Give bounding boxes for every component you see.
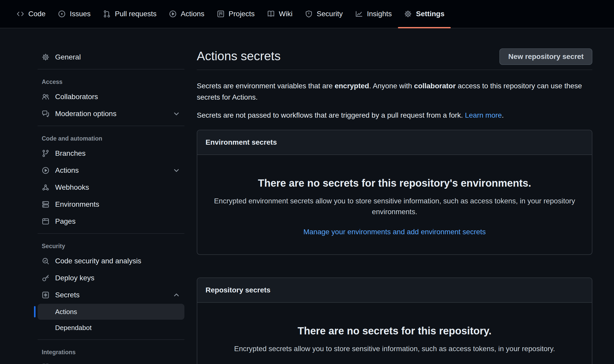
secrets-intro: Secrets are environment variables that a…	[197, 80, 592, 121]
tab-wiki[interactable]: Wiki	[261, 0, 299, 28]
tab-label: Insights	[367, 10, 392, 18]
intro-bold-collaborator: collaborator	[414, 82, 456, 90]
tab-label: Pull requests	[115, 10, 157, 18]
sidebar-item-webhooks[interactable]: Webhooks	[38, 179, 184, 196]
environment-secrets-card-header: Environment secrets	[197, 130, 592, 155]
sidebar-subitem-actions[interactable]: Actions	[38, 304, 184, 320]
sidebar-item-github-apps[interactable]: GitHub apps	[38, 359, 184, 364]
sidebar-item-label: GitHub apps	[55, 362, 95, 364]
sidebar-item-moderation-options[interactable]: Moderation options	[38, 106, 184, 122]
tab-label: Settings	[416, 10, 444, 18]
sidebar-item-label: Branches	[55, 149, 86, 158]
empty-state-title: There are no secrets for this repository…	[214, 324, 575, 337]
people-icon	[42, 93, 50, 101]
sidebar-divider	[38, 126, 184, 126]
tab-security[interactable]: Security	[299, 0, 349, 28]
repository-secrets-empty-state: There are no secrets for this repository…	[197, 303, 592, 364]
sidebar-item-label: Code security and analysis	[55, 256, 141, 266]
book-icon	[267, 10, 275, 18]
tab-label: Wiki	[279, 10, 293, 18]
repository-secrets-card-header: Repository secrets	[197, 278, 592, 303]
git-pull-request-icon	[103, 10, 111, 18]
new-repository-secret-button[interactable]: New repository secret	[499, 48, 592, 65]
tab-label: Security	[317, 10, 343, 18]
sidebar-item-secrets[interactable]: Secrets	[38, 287, 184, 303]
server-icon	[42, 201, 50, 208]
sidebar-divider	[38, 233, 184, 234]
sidebar-item-label: Pages	[55, 217, 75, 226]
sidebar-subitem-dependabot[interactable]: Dependabot	[38, 320, 184, 336]
sidebar-item-label: Environments	[55, 200, 99, 209]
git-branch-icon	[42, 150, 50, 157]
sidebar-item-label: Webhooks	[55, 183, 89, 192]
empty-state-description: Encrypted environment secrets allow you …	[214, 196, 575, 217]
codescan-icon	[42, 257, 50, 265]
sidebar-item-label: General	[55, 53, 81, 62]
play-circle-icon	[42, 167, 50, 174]
webhook-icon	[42, 184, 50, 191]
environment-secrets-empty-state: There are no secrets for this repository…	[197, 155, 592, 254]
chevron-down-icon	[173, 167, 180, 174]
sidebar-item-code-security-and-analysis[interactable]: Code security and analysis	[38, 253, 184, 269]
tab-issues[interactable]: Issues	[52, 0, 97, 28]
intro-text: Secrets are not passed to workflows that…	[197, 111, 465, 119]
sidebar-item-label: Actions	[55, 166, 79, 175]
shield-icon	[305, 10, 313, 18]
tab-label: Code	[28, 10, 46, 18]
key-icon	[42, 274, 50, 282]
tab-insights[interactable]: Insights	[349, 0, 398, 28]
sidebar-item-label: Moderation options	[55, 109, 116, 118]
key-asterisk-icon	[42, 291, 50, 299]
sidebar-divider	[38, 339, 184, 340]
play-circle-icon	[169, 10, 177, 18]
tab-projects[interactable]: Projects	[211, 0, 261, 28]
sidebar-item-deploy-keys[interactable]: Deploy keys	[38, 270, 184, 286]
sidebar-item-label: Collaborators	[55, 92, 98, 101]
intro-text: .	[502, 111, 504, 119]
sidebar-section-security: Security	[38, 237, 184, 252]
sidebar-section-integrations: Integrations	[38, 343, 184, 358]
page-subhead: Actions secrets New repository secret	[197, 48, 592, 70]
actions-secrets-main: Actions secrets New repository secret Se…	[197, 48, 592, 364]
tab-label: Issues	[70, 10, 91, 18]
tab-label: Actions	[181, 10, 204, 18]
chevron-up-icon	[173, 291, 180, 299]
tab-actions[interactable]: Actions	[163, 0, 211, 28]
intro-text: Secrets are environment variables that a…	[197, 82, 335, 90]
tab-settings[interactable]: Settings	[398, 0, 450, 28]
environment-secrets-card: Environment secrets There are no secrets…	[197, 130, 592, 255]
chevron-down-icon	[173, 110, 180, 118]
empty-state-description: Encrypted secrets allow you to store sen…	[214, 343, 575, 354]
sidebar-divider	[38, 69, 184, 70]
tab-code[interactable]: Code	[10, 0, 52, 28]
gear-icon	[42, 53, 50, 61]
code-icon	[16, 10, 24, 18]
sidebar-item-label: Secrets	[55, 290, 80, 300]
browser-icon	[42, 218, 50, 225]
issue-opened-icon	[58, 10, 66, 18]
settings-layout: General Access Collaborators Moderation …	[0, 28, 614, 364]
intro-text: . Anyone with	[369, 82, 414, 90]
sidebar-section-access: Access	[38, 73, 184, 88]
sidebar-item-pages[interactable]: Pages	[38, 213, 184, 230]
sidebar-item-environments[interactable]: Environments	[38, 196, 184, 213]
intro-bold-encrypted: encrypted	[335, 82, 369, 90]
sidebar-item-actions[interactable]: Actions	[38, 162, 184, 179]
page-title: Actions secrets	[197, 48, 280, 64]
repository-secrets-card: Repository secrets There are no secrets …	[197, 278, 592, 364]
sidebar-item-collaborators[interactable]: Collaborators	[38, 89, 184, 105]
intro-paragraph-1: Secrets are environment variables that a…	[197, 80, 592, 103]
sidebar-item-branches[interactable]: Branches	[38, 145, 184, 162]
gear-icon	[404, 10, 412, 18]
manage-environments-link[interactable]: Manage your environments and add environ…	[303, 228, 486, 236]
tab-label: Projects	[229, 10, 255, 18]
empty-state-title: There are no secrets for this repository…	[214, 177, 575, 189]
tab-pull-requests[interactable]: Pull requests	[97, 0, 163, 28]
settings-sidebar: General Access Collaborators Moderation …	[38, 48, 184, 364]
sidebar-section-code-and-automation: Code and automation	[38, 130, 184, 145]
project-icon	[217, 10, 225, 18]
graph-icon	[355, 10, 363, 18]
learn-more-link[interactable]: Learn more	[465, 111, 502, 119]
sidebar-item-general[interactable]: General	[38, 49, 184, 65]
comment-discussion-icon	[42, 110, 50, 118]
